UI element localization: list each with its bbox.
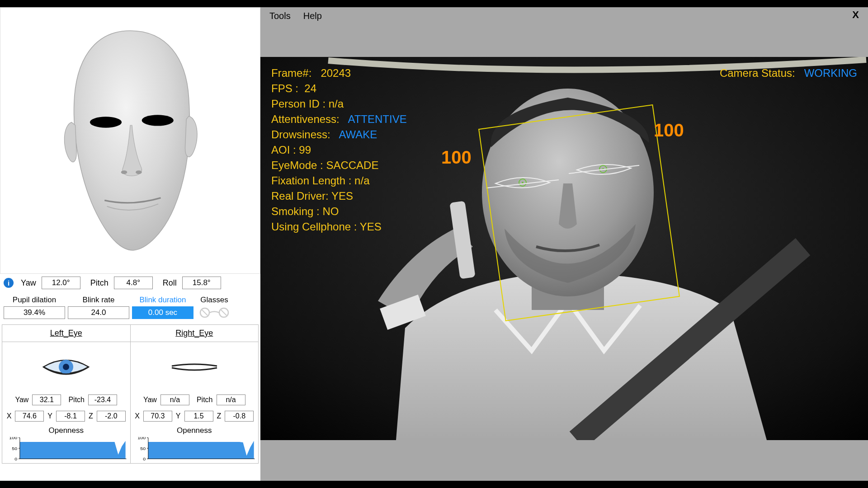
drowsiness-row: Drowsiness: AWAKE xyxy=(271,128,377,141)
left-x-value: 74.6 xyxy=(15,411,44,422)
blinkrate-value: 24.0 xyxy=(68,306,129,319)
right-x-label: X xyxy=(135,412,140,420)
left-panel: i Yaw 12.0° Pitch 4.8° Roll 15.8° Pupil … xyxy=(0,7,260,481)
pitch-label: Pitch xyxy=(90,278,108,288)
svg-text:100: 100 xyxy=(9,437,17,440)
left-pitch-value: -23.4 xyxy=(88,394,117,405)
close-button[interactable]: X xyxy=(852,9,859,21)
right-eye-column: Right_Eye Yaw n/a Pitch n/a X 70.3 Y xyxy=(131,325,259,463)
right-yaw-value: n/a xyxy=(160,394,189,405)
left-eye-xyz: X 74.6 Y -8.1 Z -2.0 xyxy=(2,408,130,424)
conf-right: 100 xyxy=(654,120,684,141)
svg-text:0: 0 xyxy=(143,456,146,460)
right-pitch-value: n/a xyxy=(217,394,245,405)
yaw-value: 12.0° xyxy=(42,277,80,289)
menubar: Tools Help X xyxy=(260,7,868,24)
blink-duration-metric: Blink duration 0.00 sec xyxy=(132,296,193,319)
svg-line-7 xyxy=(221,310,226,315)
pupil-label: Pupil dilation xyxy=(13,296,56,305)
right-eye-yawpitch: Yaw n/a Pitch n/a xyxy=(131,392,259,408)
right-y-value: 1.5 xyxy=(184,411,213,422)
info-icon[interactable]: i xyxy=(4,278,14,288)
left-eye-title: Left_Eye xyxy=(2,325,130,342)
blinkdur-value: 0.00 sec xyxy=(132,306,193,319)
realdriver-row: Real Driver: YES xyxy=(271,190,353,202)
left-eye-drawing xyxy=(2,342,130,392)
metrics-row: Pupil dilation 39.4% Blink rate 24.0 Bli… xyxy=(0,292,260,323)
right-openness-label: Openness xyxy=(131,424,259,437)
left-z-label: Z xyxy=(89,412,93,420)
pupil-value: 39.4% xyxy=(4,306,65,319)
conf-left: 100 xyxy=(441,147,472,168)
left-eye-column: Left_Eye Yaw 32.1 Pitch -23.4 X xyxy=(2,325,131,463)
right-pitch-label: Pitch xyxy=(197,396,213,404)
right-openness-chart: 050100 xyxy=(131,437,259,463)
blinkdur-label: Blink duration xyxy=(139,296,186,305)
smoking-row: Smoking : NO xyxy=(271,205,339,218)
left-z-value: -2.0 xyxy=(97,411,126,422)
glasses-metric: Glasses xyxy=(196,296,232,319)
left-pitch-label: Pitch xyxy=(68,396,85,404)
fps-label: FPS : xyxy=(271,82,298,94)
left-openness-chart: 050100 xyxy=(2,437,130,463)
fixation-row: Fixation Length : n/a xyxy=(271,174,369,187)
right-eye-drawing xyxy=(131,342,259,392)
pitch-value: 4.8° xyxy=(114,277,153,289)
pupil-dilation-metric: Pupil dilation 39.4% xyxy=(4,296,65,319)
svg-text:100: 100 xyxy=(137,437,146,440)
menu-tools[interactable]: Tools xyxy=(269,11,291,21)
left-openness-label: Openness xyxy=(2,424,130,437)
personid-row: Person ID : n/a xyxy=(271,98,344,110)
right-eye-xyz: X 70.3 Y 1.5 Z -0.8 xyxy=(131,408,259,424)
left-y-label: Y xyxy=(47,412,52,420)
open-eye-icon xyxy=(39,353,93,380)
face-3d-view xyxy=(0,7,260,274)
right-z-label: Z xyxy=(217,412,222,420)
closed-eye-icon xyxy=(167,353,222,380)
left-x-label: X xyxy=(7,412,12,420)
attentiveness-row: Attentiveness: ATTENTIVE xyxy=(271,113,407,126)
blink-rate-metric: Blink rate 24.0 xyxy=(68,296,129,319)
camstatus-label: Camera Status: xyxy=(720,67,795,79)
camera-view: Frame#: 20243 FPS : 24 Person ID : n/a A… xyxy=(260,57,868,440)
svg-point-2 xyxy=(121,170,127,174)
svg-point-9 xyxy=(63,364,69,370)
blinkrate-label: Blink rate xyxy=(83,296,115,305)
left-y-value: -8.1 xyxy=(56,411,85,422)
face-mesh-icon xyxy=(35,19,225,263)
menu-help[interactable]: Help xyxy=(303,11,322,21)
camstatus-row: Camera Status: WORKING xyxy=(720,67,857,80)
roll-value: 15.8° xyxy=(182,277,221,289)
left-eye-yawpitch: Yaw 32.1 Pitch -23.4 xyxy=(2,392,130,408)
frame-label: Frame#: xyxy=(271,67,311,79)
camstatus-value: WORKING xyxy=(804,67,857,79)
eyemode-row: EyeMode : SACCADE xyxy=(271,159,378,172)
head-orientation-row: i Yaw 12.0° Pitch 4.8° Roll 15.8° xyxy=(0,274,260,292)
glasses-icon xyxy=(196,306,232,319)
attent-value: ATTENTIVE xyxy=(348,113,406,125)
roll-label: Roll xyxy=(163,278,177,288)
svg-point-3 xyxy=(136,170,142,174)
glasses-label: Glasses xyxy=(200,296,228,305)
left-yaw-value: 32.1 xyxy=(32,394,61,405)
right-y-label: Y xyxy=(176,412,181,420)
svg-point-1 xyxy=(142,115,174,126)
svg-text:0: 0 xyxy=(14,456,17,460)
right-x-value: 70.3 xyxy=(143,411,172,422)
svg-line-6 xyxy=(202,310,208,315)
aoi-row: AOI : 99 xyxy=(271,144,311,156)
fps-row: FPS : 24 xyxy=(271,82,316,95)
attent-label: Attentiveness: xyxy=(271,113,340,125)
svg-text:50: 50 xyxy=(12,446,17,451)
right-eye-title: Right_Eye xyxy=(131,325,259,342)
right-z-value: -0.8 xyxy=(225,411,254,422)
drowsy-value: AWAKE xyxy=(339,128,377,141)
face-bbox xyxy=(478,104,680,321)
frame-value: 20243 xyxy=(321,67,351,79)
right-yaw-label: Yaw xyxy=(143,396,157,404)
svg-point-0 xyxy=(90,117,122,127)
drowsy-label: Drowsiness: xyxy=(271,128,330,141)
fps-value: 24 xyxy=(304,82,316,94)
cellphone-row: Using Cellphone : YES xyxy=(271,221,382,233)
eyes-grid: Left_Eye Yaw 32.1 Pitch -23.4 X xyxy=(2,324,259,464)
